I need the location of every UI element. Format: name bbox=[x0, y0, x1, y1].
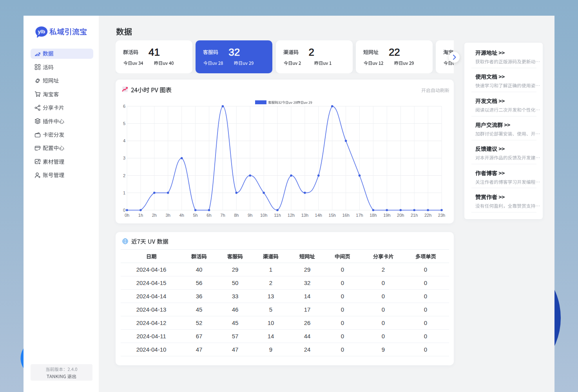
svg-text:ylb: ylb bbox=[38, 29, 45, 34]
